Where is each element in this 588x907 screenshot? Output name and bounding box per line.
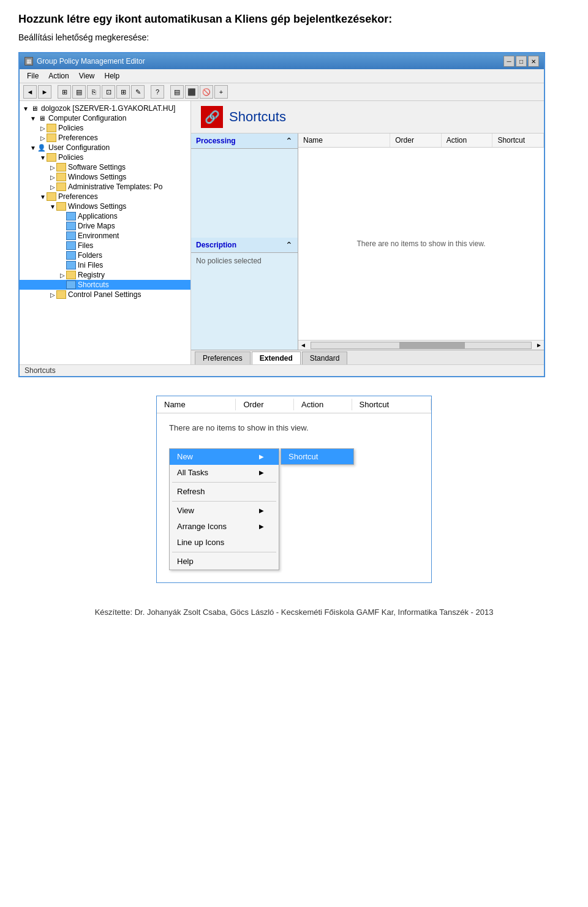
ctx-menu-item-refresh[interactable]: Refresh (170, 484, 279, 500)
ctx-menu-item-help[interactable]: Help (170, 554, 279, 570)
shortcuts-icon (201, 106, 223, 128)
ctx-lineup-label: Line up Icons (177, 538, 224, 547)
tree-registry[interactable]: ▷ Registry (20, 270, 190, 280)
tb-6[interactable]: ✎ (131, 85, 145, 99)
tb-forward[interactable]: ► (38, 85, 51, 99)
hscroll-right[interactable]: ► (534, 342, 544, 348)
tree-control-panel[interactable]: ▷ Control Panel Settings (20, 290, 190, 299)
titlebar-buttons[interactable]: ─ □ ✕ (503, 56, 539, 67)
tab-extended[interactable]: Extended (252, 352, 301, 364)
ctx-menu-item-arrange[interactable]: Arrange Icons ▶ (170, 519, 279, 535)
tab-standard[interactable]: Standard (302, 352, 348, 364)
tree-folders[interactable]: Folders (20, 250, 190, 260)
tb-4[interactable]: ⊡ (102, 85, 115, 99)
tree-sw-settings[interactable]: ▷ Software Settings (20, 162, 190, 172)
uc-arrow[interactable]: ▼ (29, 145, 37, 151)
cp-icon (56, 290, 66, 299)
ctx-menu-item-view[interactable]: View ▶ (170, 503, 279, 519)
tree-files[interactable]: Files (20, 241, 190, 250)
cc-pol-icon (47, 124, 56, 132)
context-menus: New ▶ All Tasks ▶ Refresh View ▶ Arrange (157, 442, 431, 582)
tb-help[interactable]: ? (151, 85, 164, 99)
tb-7[interactable]: ▤ (170, 85, 184, 99)
root-icon: 🖥 (29, 104, 39, 113)
tree-user-config[interactable]: ▼ 👤 User Configuration (20, 143, 190, 152)
ws-arrow[interactable]: ▷ (49, 174, 56, 181)
menu-help[interactable]: Help (100, 70, 125, 81)
tb-add[interactable]: + (214, 85, 228, 99)
tree-cc-preferences[interactable]: ▷ Preferences (20, 133, 190, 143)
tb-1[interactable]: ⊞ (58, 85, 71, 99)
cp-label: Control Panel Settings (68, 290, 141, 299)
minimize-button[interactable]: ─ (503, 56, 514, 67)
ctx-th-shortcut: Shortcut (352, 399, 431, 410)
main-context-menu: New ▶ All Tasks ▶ Refresh View ▶ Arrange (169, 448, 279, 570)
env-icon (66, 231, 76, 240)
at-icon (56, 183, 66, 191)
tree-root-arrow[interactable]: ▼ (22, 105, 29, 112)
tree-cc-policies[interactable]: ▷ Policies (20, 123, 190, 133)
ctx-th-name: Name (157, 399, 236, 410)
dm-icon (66, 222, 76, 230)
cc-pol-arrow[interactable]: ▷ (39, 125, 47, 132)
uc-pref-arrow[interactable]: ▼ (39, 194, 47, 200)
pws-arrow[interactable]: ▼ (49, 203, 56, 210)
th-order: Order (390, 134, 442, 147)
tree-root[interactable]: ▼ 🖥 dolgozok [SZERVER-1.GYAKORLAT.HU] (20, 103, 190, 113)
tree-win-settings[interactable]: ▷ Windows Settings (20, 172, 190, 182)
gpo-window: ▦ Group Policy Management Editor ─ □ ✕ F… (18, 52, 545, 377)
tb-5[interactable]: ⊞ (116, 85, 130, 99)
hscroll-thumb[interactable] (399, 342, 466, 348)
tb-2[interactable]: ▤ (72, 85, 86, 99)
reg-arrow[interactable]: ▷ (59, 272, 66, 279)
tree-pref-win-settings[interactable]: ▼ Windows Settings (20, 201, 190, 211)
close-button[interactable]: ✕ (528, 56, 539, 67)
th-name: Name (298, 134, 390, 147)
tb-9[interactable]: 🚫 (200, 85, 213, 99)
hscroll-track[interactable] (311, 342, 532, 349)
dm-label: Drive Maps (78, 222, 115, 230)
processing-body (191, 149, 298, 238)
uc-pol-arrow[interactable]: ▼ (39, 154, 47, 161)
ini-label: Ini Files (78, 261, 103, 269)
hscroll-left[interactable]: ◄ (298, 342, 308, 348)
tree-uc-preferences[interactable]: ▼ Preferences (20, 192, 190, 201)
tabs-bar: Preferences Extended Standard (191, 350, 544, 364)
tree-drive-maps[interactable]: Drive Maps (20, 221, 190, 231)
cc-pref-arrow[interactable]: ▷ (39, 135, 47, 141)
tree-root-label: dolgozok [SZERVER-1.GYAKORLAT.HU] (41, 104, 175, 113)
sw-arrow[interactable]: ▷ (49, 164, 56, 171)
ctx-menu-item-lineup[interactable]: Line up Icons (170, 535, 279, 551)
horizontal-scrollbar[interactable]: ◄ ► (298, 340, 544, 350)
processing-section-header: Processing ⌃ (191, 134, 298, 149)
content-panel: Shortcuts Processing ⌃ Description ⌃ (191, 101, 544, 364)
ctx-submenu-shortcut[interactable]: Shortcut (281, 449, 353, 464)
tree-environment[interactable]: Environment (20, 231, 190, 241)
tree-computer-config[interactable]: ▼ 🖥 Computer Configuration (20, 113, 190, 123)
cc-icon: 🖥 (37, 114, 47, 122)
ctx-view-label: View (177, 506, 194, 515)
restore-button[interactable]: □ (516, 56, 527, 67)
menu-action[interactable]: Action (43, 70, 74, 81)
ctx-menu-item-all-tasks[interactable]: All Tasks ▶ (170, 465, 279, 481)
tree-applications[interactable]: Applications (20, 211, 190, 221)
at-arrow[interactable]: ▷ (49, 184, 56, 190)
ctx-all-tasks-arrow: ▶ (259, 469, 264, 476)
ctx-menu-item-new[interactable]: New ▶ (170, 449, 279, 465)
tb-back[interactable]: ◄ (23, 85, 37, 99)
tree-uc-policies[interactable]: ▼ Policies (20, 152, 190, 162)
processing-collapse-btn[interactable]: ⌃ (285, 136, 293, 146)
sc-label: Shortcuts (78, 280, 109, 289)
description-collapse-btn[interactable]: ⌃ (285, 240, 293, 250)
menu-view[interactable]: View (74, 70, 100, 81)
tb-8[interactable]: ⬛ (185, 85, 198, 99)
sw-icon (56, 163, 66, 171)
tb-3[interactable]: ⎘ (87, 85, 100, 99)
tab-preferences[interactable]: Preferences (195, 352, 251, 364)
cc-arrow[interactable]: ▼ (29, 115, 37, 122)
cp-arrow[interactable]: ▷ (49, 292, 56, 298)
tree-ini-files[interactable]: Ini Files (20, 260, 190, 270)
tree-shortcuts[interactable]: Shortcuts (20, 280, 190, 290)
tree-adm-templates[interactable]: ▷ Administrative Templates: Po (20, 182, 190, 192)
menu-file[interactable]: File (22, 70, 43, 81)
